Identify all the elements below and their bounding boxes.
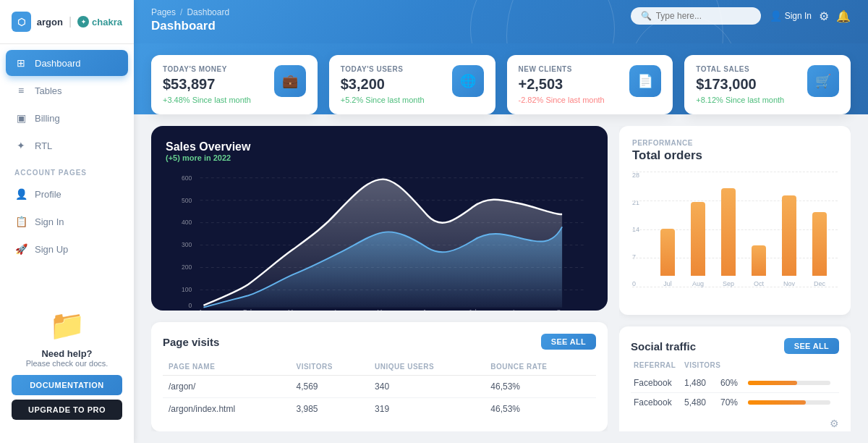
cell-page: /argon/: [163, 376, 290, 398]
svg-text:Apr: Apr: [333, 308, 343, 311]
social-traffic-card: Social traffic SEE ALL REFERRAL VISITORS…: [619, 326, 851, 431]
logo-chakra: ✦ chakra: [77, 16, 122, 28]
chart-title: Sales Overview: [166, 140, 593, 153]
svg-text:Feb: Feb: [243, 308, 254, 311]
svg-text:600: 600: [182, 174, 192, 182]
stat-value-users: $3,200: [341, 76, 425, 93]
logo-argon-symbol: ⬡: [17, 17, 25, 28]
svg-text:Sep: Sep: [556, 308, 567, 311]
svg-text:400: 400: [182, 219, 192, 226]
bar-segment: [752, 245, 766, 276]
documentation-button[interactable]: DOCUMENTATION: [12, 375, 122, 395]
sidebar-item-tables-label: Tables: [35, 85, 62, 96]
sales-chart-card: Sales Overview (+5) more in 2022: [151, 126, 608, 311]
stat-label-users: TODAY'S USERS: [341, 65, 425, 73]
svg-text:Jan: Jan: [199, 308, 209, 311]
table-row: /argon/index.html 3,985 319 46,53%: [163, 398, 596, 421]
table-row: /argon/ 4,569 340 46,53%: [163, 376, 596, 398]
social-value-1: 5,480: [684, 397, 720, 408]
sidebar-item-dashboard-label: Dashboard: [35, 58, 81, 69]
social-pct-1: 70%: [720, 397, 742, 408]
cell-bounce: 46,53%: [485, 376, 596, 398]
upgrade-button[interactable]: UPGRADE TO PRO: [12, 400, 122, 420]
social-bar-wrap-1: [748, 400, 830, 405]
y-label-0: 0: [632, 280, 639, 287]
stat-label-sales: TOTAL SALES: [696, 65, 784, 73]
chart-area: 600 500 400 300 200 100 0 Jan Feb Mar Ap…: [166, 171, 593, 311]
rtl-icon: ✦: [14, 139, 27, 152]
bar-x-label: Nov: [783, 280, 795, 287]
dashboard-icon: ⊞: [14, 56, 27, 69]
stat-value-sales: $173,000: [696, 76, 784, 93]
col-visitors: VISITORS: [684, 361, 720, 369]
sidebar-item-signup-label: Sign Up: [35, 244, 68, 255]
notification-icon[interactable]: 🔔: [836, 9, 851, 23]
social-bar-fill-0: [748, 381, 797, 385]
social-see-all-button[interactable]: SEE ALL: [784, 338, 839, 354]
header-signin-link[interactable]: 👤 Sign In: [770, 10, 812, 22]
stat-change-money: +3.48% Since last month: [163, 96, 251, 104]
bar-x-label: Aug: [692, 280, 704, 287]
svg-text:Mar: Mar: [288, 308, 299, 311]
search-input[interactable]: [656, 11, 757, 21]
sidebar-item-signin[interactable]: 📋 Sign In: [6, 208, 128, 235]
sidebar-item-billing[interactable]: ▣ Billing: [6, 105, 128, 131]
briefcase-icon: 💼: [282, 73, 298, 89]
social-header: Social traffic SEE ALL: [631, 338, 839, 354]
left-panel: Sales Overview (+5) more in 2022: [151, 126, 608, 431]
search-bar[interactable]: 🔍: [631, 7, 761, 25]
gear-icon[interactable]: ⚙: [830, 418, 839, 429]
signin-icon: 📋: [14, 215, 27, 228]
col-bounce: BOUNCE RATE: [485, 358, 596, 376]
logo-chakra-text: chakra: [92, 17, 122, 28]
header: Pages / Dashboard Dashboard 🔍 👤 Sign In …: [134, 0, 868, 43]
table-title: Page visits: [163, 336, 219, 348]
cell-visitors: 3,985: [290, 398, 369, 421]
social-gear-row: ⚙: [631, 418, 839, 429]
billing-icon: ▣: [14, 111, 27, 125]
social-rows: Facebook 1,480 60% Facebook 5,480 70%: [631, 374, 839, 412]
right-panel: PERFORMANCE Total orders 28 21 14 7 0: [619, 126, 851, 431]
page-visits-see-all-button[interactable]: SEE ALL: [541, 334, 596, 350]
help-illustration: 📁: [12, 308, 122, 342]
sidebar-item-rtl[interactable]: ✦ RTL: [6, 132, 128, 159]
breadcrumb-pages[interactable]: Pages: [151, 7, 176, 17]
cell-bounce: 46,53%: [485, 398, 596, 421]
logo-icon-argon: ⬡: [12, 12, 31, 32]
chart-subtitle-highlight: (+5) more: [166, 153, 202, 162]
cell-unique: 319: [369, 398, 485, 421]
svg-text:Jul: Jul: [469, 308, 477, 311]
social-bar-wrap-0: [748, 381, 830, 385]
svg-text:100: 100: [182, 286, 192, 293]
y-label-21: 21: [632, 199, 639, 206]
col-visitors: VISITORS: [290, 358, 369, 376]
cart-icon: 🛒: [815, 73, 831, 89]
sidebar-item-signup[interactable]: 🚀 Sign Up: [6, 236, 128, 262]
social-bar-fill-1: [748, 400, 806, 405]
stat-value-money: $53,897: [163, 76, 251, 93]
social-col-headers: REFERRAL VISITORS: [631, 361, 839, 369]
sidebar-item-dashboard[interactable]: ⊞ Dashboard: [6, 50, 128, 76]
profile-icon: 👤: [14, 187, 27, 201]
account-nav: 👤 Profile 📋 Sign In 🚀 Sign Up: [0, 181, 134, 263]
header-right: 🔍 👤 Sign In ⚙ 🔔: [631, 7, 851, 25]
bar-segment: [721, 188, 736, 276]
performance-label: PERFORMANCE: [632, 139, 838, 147]
sidebar-item-profile[interactable]: 👤 Profile: [6, 181, 128, 207]
stat-info-sales: TOTAL SALES $173,000 +8.12% Since last m…: [696, 65, 784, 104]
main-content: Pages / Dashboard Dashboard 🔍 👤 Sign In …: [134, 0, 868, 443]
svg-text:0: 0: [188, 302, 192, 309]
svg-text:500: 500: [182, 196, 192, 203]
sidebar-item-tables[interactable]: ≡ Tables: [6, 77, 128, 104]
settings-icon[interactable]: ⚙: [819, 9, 829, 23]
total-orders-card: PERFORMANCE Total orders 28 21 14 7 0: [619, 126, 851, 315]
breadcrumb-current: Dashboard: [187, 7, 229, 17]
signup-icon: 🚀: [14, 242, 27, 256]
col-referral: REFERRAL: [634, 361, 684, 369]
stat-card-sales: TOTAL SALES $173,000 +8.12% Since last m…: [684, 55, 851, 114]
sidebar-help: 📁 Need help? Please check our docs. DOCU…: [0, 297, 134, 431]
page-visits-card: Page visits SEE ALL PAGE NAME VISITORS U…: [151, 322, 608, 431]
social-value-0: 1,480: [684, 378, 720, 388]
stat-change-users: +5.2% Since last month: [341, 96, 425, 104]
page-visits-table: PAGE NAME VISITORS UNIQUE USERS BOUNCE R…: [163, 358, 596, 420]
